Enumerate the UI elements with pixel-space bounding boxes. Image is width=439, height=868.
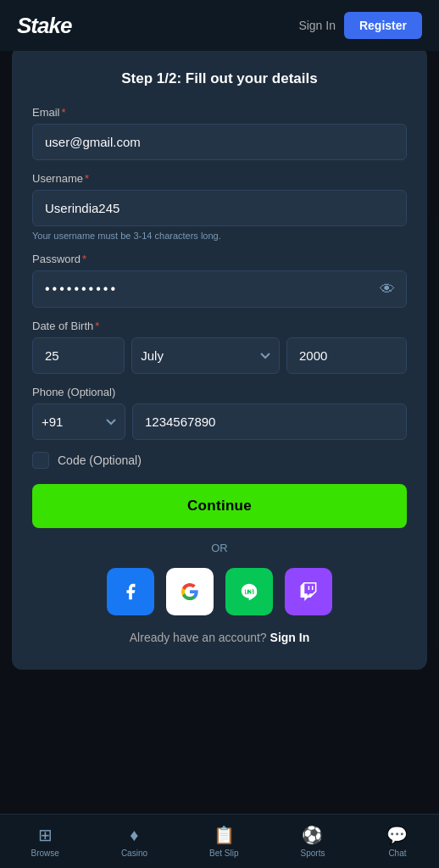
- password-required: *: [82, 253, 86, 265]
- nav-item-chat[interactable]: 💬 Chat: [386, 825, 408, 858]
- dob-month-select[interactable]: January February March April May June Ju…: [131, 337, 280, 374]
- register-button[interactable]: Register: [344, 12, 422, 39]
- dob-day-wrapper: [32, 337, 125, 374]
- logo: Stake: [17, 13, 71, 39]
- casino-label: Casino: [121, 849, 147, 858]
- nav-links: Sign In Register: [298, 12, 422, 39]
- phone-code-select[interactable]: +91 +1 +44 +61 +86: [32, 403, 125, 440]
- nav-item-sports[interactable]: ⚽ Sports: [301, 825, 325, 858]
- dob-required: *: [95, 320, 99, 332]
- betslip-label: Bet Slip: [209, 849, 238, 858]
- dob-year-input[interactable]: [286, 337, 407, 374]
- eye-icon[interactable]: 👁: [380, 281, 395, 298]
- phone-field-group: Phone (Optional) +91 +1 +44 +61 +86: [32, 386, 407, 440]
- signin-button[interactable]: Sign In: [298, 19, 336, 32]
- continue-button[interactable]: Continue: [32, 484, 407, 528]
- password-input[interactable]: [32, 270, 407, 308]
- username-label: Username*: [32, 172, 407, 185]
- phone-code-wrapper: +91 +1 +44 +61 +86: [32, 403, 125, 440]
- facebook-button[interactable]: [107, 568, 154, 615]
- social-row: [32, 568, 407, 615]
- password-label: Password*: [32, 253, 407, 265]
- chat-icon: 💬: [386, 825, 408, 845]
- line-button[interactable]: [225, 568, 273, 615]
- username-required: *: [85, 172, 89, 185]
- email-field-group: Email*: [32, 106, 407, 160]
- nav-item-casino[interactable]: ♦ Casino: [121, 826, 147, 858]
- dob-label: Date of Birth*: [32, 320, 407, 332]
- password-field-group: Password* 👁: [32, 253, 407, 308]
- phone-number-wrapper: [132, 403, 407, 440]
- chat-label: Chat: [388, 849, 406, 858]
- modal-title: Step 1/2: Fill out your details: [32, 70, 407, 87]
- email-required: *: [62, 106, 66, 119]
- email-label: Email*: [32, 106, 407, 119]
- casino-icon: ♦: [130, 826, 138, 845]
- nav-item-browse[interactable]: ⊞ Browse: [31, 825, 59, 858]
- header: Stake Sign In Register: [0, 0, 439, 51]
- sports-icon: ⚽: [302, 825, 323, 845]
- twitch-button[interactable]: [285, 568, 332, 615]
- dob-day-input[interactable]: [32, 337, 125, 374]
- browse-icon: ⊞: [38, 825, 53, 845]
- email-input[interactable]: [32, 124, 407, 160]
- signin-prompt: Already have an account? Sign In: [32, 631, 407, 644]
- username-hint: Your username must be 3-14 characters lo…: [32, 231, 407, 241]
- phone-number-input[interactable]: [132, 403, 407, 440]
- dob-year-wrapper: [286, 337, 407, 374]
- dob-field-group: Date of Birth* January February March Ap…: [32, 320, 407, 374]
- signin-link[interactable]: Sign In: [270, 631, 310, 644]
- bottom-nav: ⊞ Browse ♦ Casino 📋 Bet Slip ⚽ Sports 💬 …: [0, 814, 439, 868]
- google-button[interactable]: [166, 568, 214, 615]
- sports-label: Sports: [301, 849, 325, 858]
- nav-item-betslip[interactable]: 📋 Bet Slip: [209, 825, 238, 858]
- password-wrapper: 👁: [32, 270, 407, 308]
- dob-row: January February March April May June Ju…: [32, 337, 407, 374]
- phone-label: Phone (Optional): [32, 386, 407, 398]
- username-field-group: Username* Your username must be 3-14 cha…: [32, 172, 407, 241]
- dob-month-wrapper: January February March April May June Ju…: [131, 337, 280, 374]
- phone-row: +91 +1 +44 +61 +86: [32, 403, 407, 440]
- browse-label: Browse: [31, 849, 59, 858]
- code-label: Code (Optional): [58, 453, 142, 467]
- username-input[interactable]: [32, 190, 407, 226]
- code-checkbox[interactable]: [32, 452, 49, 469]
- registration-modal: Step 1/2: Fill out your details Email* U…: [12, 47, 427, 670]
- or-divider: OR: [32, 542, 407, 554]
- code-checkbox-row: Code (Optional): [32, 452, 407, 469]
- betslip-icon: 📋: [214, 825, 235, 845]
